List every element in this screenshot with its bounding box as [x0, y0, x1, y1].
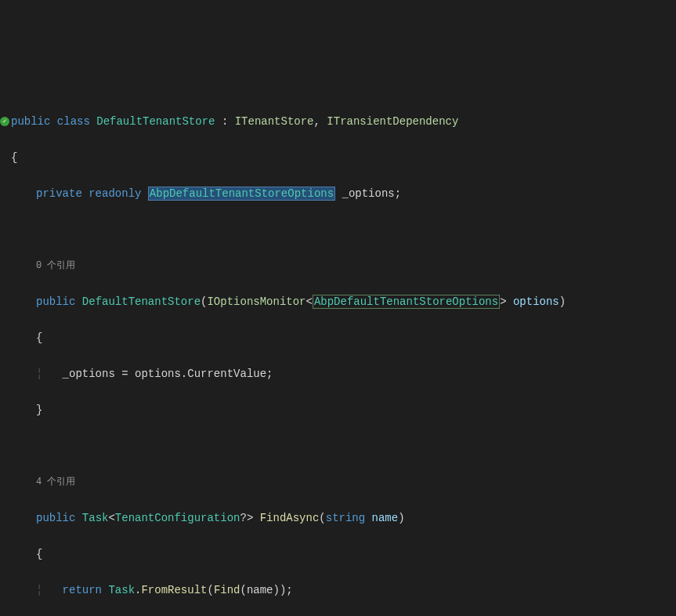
type: IOptionsMonitor	[207, 295, 305, 308]
references-count[interactable]: 4 个引用	[36, 476, 75, 487]
keyword: private	[36, 187, 82, 200]
assign: options.	[128, 368, 188, 380]
code-line[interactable]: ✓public Task<TenantConfiguration?> FindA…	[0, 509, 676, 527]
prop: CurrentValue	[187, 368, 266, 380]
field: _options;	[335, 187, 401, 200]
op: =	[121, 368, 128, 380]
keyword: public	[36, 512, 75, 524]
code-line[interactable]: ✓public class DefaultTenantStore : ITena…	[0, 113, 676, 131]
code-line[interactable]: {	[0, 329, 676, 347]
punct: )	[559, 295, 566, 308]
code-editor[interactable]: ✓public class DefaultTenantStore : ITena…	[0, 72, 676, 616]
type: TenantConfiguration	[115, 512, 240, 524]
type-ref: AbpDefaultTenantStoreOptions	[313, 295, 500, 309]
codelens[interactable]: 4 个引用	[0, 473, 676, 491]
punct: >	[500, 295, 506, 308]
indent-guide: ¦	[36, 368, 63, 380]
code-line[interactable]: private readonly AbpDefaultTenantStoreOp…	[0, 185, 676, 203]
code-line[interactable]: {	[0, 149, 676, 167]
class-name: DefaultTenantStore	[96, 115, 215, 128]
punct: )	[398, 512, 404, 524]
punct: )	[273, 584, 280, 596]
blank-line[interactable]	[0, 221, 676, 239]
punct: :	[215, 115, 234, 128]
punct: (	[207, 584, 213, 596]
code-line[interactable]: ✓public DefaultTenantStore(IOptionsMonit…	[0, 293, 676, 311]
brace: {	[36, 332, 42, 344]
type: Task	[82, 512, 109, 524]
keyword: public	[36, 295, 75, 308]
type: Task	[108, 584, 135, 596]
check-icon: ✓	[0, 117, 9, 126]
punct: ;	[286, 584, 292, 596]
brace: {	[36, 548, 42, 560]
references-count[interactable]: 0 个引用	[36, 260, 75, 271]
punct: ?	[240, 512, 246, 524]
method: FromResult	[141, 584, 207, 596]
brace: }	[36, 404, 42, 416]
keyword: string	[326, 512, 365, 524]
codelens[interactable]: 0 个引用	[0, 257, 676, 275]
keyword: return	[63, 584, 102, 596]
code-line[interactable]: }	[0, 401, 676, 419]
punct: <	[306, 295, 313, 308]
param: options	[507, 295, 559, 308]
type-highlighted: AbpDefaultTenantStoreOptions	[148, 187, 335, 201]
indent-guide: ¦	[36, 584, 63, 596]
code-line[interactable]: ¦ _options = options.CurrentValue;	[0, 365, 676, 383]
param: name	[365, 512, 398, 524]
brace: {	[11, 151, 17, 164]
arg: name	[247, 584, 273, 596]
blank-line[interactable]	[0, 437, 676, 455]
punct: >	[247, 512, 253, 524]
keyword: readonly	[89, 187, 141, 200]
interface: ITransientDependency	[327, 115, 458, 128]
code-line[interactable]: {	[0, 545, 676, 563]
punct: (	[319, 512, 325, 524]
method: Find	[214, 584, 240, 596]
method: FindAsync	[260, 512, 320, 524]
punct: ,	[314, 115, 327, 128]
constructor: DefaultTenantStore	[82, 295, 201, 308]
keyword: public	[11, 115, 50, 128]
punct: (	[240, 584, 246, 596]
keyword: class	[57, 115, 90, 128]
punct: <	[108, 512, 114, 524]
code-line[interactable]: ¦ return Task.FromResult(Find(name));	[0, 582, 676, 600]
assign: _options	[63, 368, 122, 380]
interface: ITenantStore	[235, 115, 314, 128]
punct: ;	[266, 368, 273, 380]
